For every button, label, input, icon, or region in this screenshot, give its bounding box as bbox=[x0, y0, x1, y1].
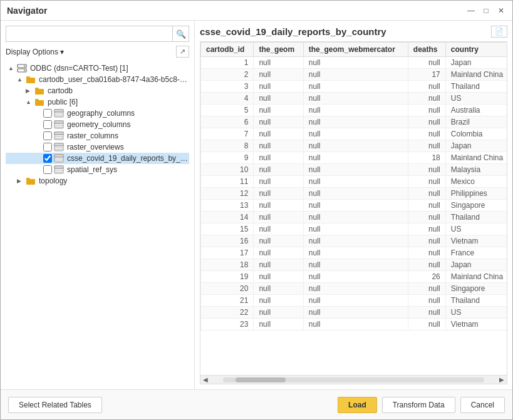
table-cell: null bbox=[303, 176, 408, 188]
table-cell: 10 bbox=[201, 164, 254, 176]
data-grid-scroll[interactable]: cartodb_idthe_geomthe_geom_webmercatorde… bbox=[200, 42, 507, 375]
table-cell: 20 bbox=[201, 283, 254, 295]
tree-label-geom_col: geometry_columns bbox=[67, 120, 130, 129]
tree-item-geo_col[interactable]: geography_columns bbox=[6, 108, 189, 119]
table-row: 19nullnull26Mainland China bbox=[201, 271, 507, 283]
table-cell: null bbox=[254, 212, 303, 223]
table-cell: null bbox=[408, 116, 445, 128]
svg-rect-15 bbox=[54, 132, 63, 135]
close-button[interactable]: ✕ bbox=[496, 6, 506, 16]
tree-toggle-odbc[interactable]: ▲ bbox=[8, 65, 17, 71]
table-cell: 16 bbox=[201, 235, 254, 247]
checkbox-raster_ov[interactable] bbox=[43, 143, 52, 151]
table-cell: Japan bbox=[445, 259, 507, 271]
col-header-cartodb_id: cartodb_id bbox=[201, 43, 254, 57]
search-icon: 🔍 bbox=[176, 29, 186, 39]
table-export-button[interactable]: 📄 bbox=[491, 26, 507, 38]
table-cell: Thailand bbox=[445, 81, 507, 93]
table-cell: 22 bbox=[201, 307, 254, 319]
table-cell: null bbox=[303, 247, 408, 259]
tree-item-raster_ov[interactable]: raster_overviews bbox=[6, 141, 189, 153]
table-cell: 15 bbox=[201, 223, 254, 235]
horizontal-scrollbar[interactable]: ◀ ▶ bbox=[200, 375, 507, 384]
table-cell: 6 bbox=[201, 116, 254, 128]
table-cell: null bbox=[408, 200, 445, 212]
tree-item-topology[interactable]: ▶topology bbox=[6, 175, 189, 187]
table-cell: US bbox=[445, 223, 507, 235]
table-cell: 3 bbox=[201, 81, 254, 93]
table-row: 5nullnullnullAustralia bbox=[201, 105, 507, 116]
table-row: 4nullnullnullUS bbox=[201, 93, 507, 105]
search-input[interactable] bbox=[6, 26, 172, 41]
tree-label-spatial_ref: spatial_ref_sys bbox=[67, 165, 117, 174]
tree-item-odbc[interactable]: ▲ODBC (dsn=CARTO-Test) [1] bbox=[6, 63, 189, 74]
table-cell: Mainland China bbox=[445, 152, 507, 164]
cancel-button[interactable]: Cancel bbox=[460, 397, 505, 413]
table-title-row: csse_covid_19_daily_reports_by_country 📄 bbox=[200, 26, 507, 38]
data-grid-container: cartodb_idthe_geomthe_geom_webmercatorde… bbox=[200, 41, 507, 384]
table-row: 20nullnullnullSingapore bbox=[201, 283, 507, 295]
checkbox-spatial_ref[interactable] bbox=[43, 165, 52, 174]
svg-rect-10 bbox=[54, 121, 63, 123]
tree-item-spatial_ref[interactable]: spatial_ref_sys bbox=[6, 164, 189, 175]
display-options-button[interactable]: Display Options ▾ bbox=[6, 48, 64, 56]
tree-toggle-topology[interactable]: ▶ bbox=[17, 178, 26, 184]
table-cell: 17 bbox=[408, 69, 445, 81]
transform-data-button[interactable]: Transform Data bbox=[382, 397, 455, 413]
checkbox-raster_col[interactable] bbox=[43, 131, 52, 140]
tree-item-csse_covid[interactable]: csse_covid_19_daily_reports_by_country bbox=[6, 153, 189, 164]
table-icon-spatial_ref bbox=[54, 165, 65, 174]
export-icon-button[interactable]: ↗ bbox=[176, 46, 189, 58]
table-cell: null bbox=[254, 283, 303, 295]
svg-rect-20 bbox=[54, 143, 63, 146]
checkbox-csse_covid[interactable] bbox=[43, 154, 52, 163]
tree-item-public[interactable]: ▲public [6] bbox=[6, 96, 189, 108]
load-button[interactable]: Load bbox=[338, 397, 377, 413]
svg-rect-30 bbox=[54, 166, 63, 168]
tree-toggle-cartodb[interactable]: ▶ bbox=[26, 88, 34, 94]
table-row: 12nullnullnullPhilippines bbox=[201, 188, 507, 200]
tree-label-topology: topology bbox=[39, 177, 67, 185]
hscroll-thumb[interactable] bbox=[236, 377, 286, 382]
table-cell: Vietnam bbox=[445, 235, 507, 247]
table-cell: null bbox=[303, 259, 408, 271]
table-cell: null bbox=[408, 259, 445, 271]
folder-icon-topology bbox=[26, 177, 37, 185]
svg-point-3 bbox=[24, 70, 25, 71]
folder-icon-carto_user bbox=[26, 75, 37, 84]
server-icon-odbc bbox=[17, 64, 28, 73]
tree-toggle-carto_user[interactable]: ▲ bbox=[17, 76, 26, 83]
tree-label-cartodb: cartodb bbox=[48, 86, 73, 95]
tree-item-geom_col[interactable]: geometry_columns bbox=[6, 119, 189, 130]
search-button[interactable]: 🔍 bbox=[172, 26, 189, 41]
tree-item-cartodb[interactable]: ▶cartodb bbox=[6, 85, 189, 96]
tree-toggle-public[interactable]: ▲ bbox=[26, 99, 34, 105]
table-cell: null bbox=[303, 188, 408, 200]
hscroll-track[interactable] bbox=[223, 377, 484, 382]
table-cell: null bbox=[408, 128, 445, 140]
table-cell: null bbox=[254, 307, 303, 319]
tree-item-carto_user[interactable]: ▲cartodb_user_cba016ab-8747-4a36-b5c8-eb… bbox=[6, 74, 189, 85]
folder-icon-cartodb bbox=[34, 86, 46, 95]
select-related-button[interactable]: Select Related Tables bbox=[8, 397, 102, 413]
table-cell: Singapore bbox=[445, 283, 507, 295]
scroll-left-icon[interactable]: ◀ bbox=[203, 376, 208, 383]
checkbox-geo_col[interactable] bbox=[43, 109, 52, 118]
tree-item-raster_col[interactable]: raster_columns bbox=[6, 130, 189, 141]
maximize-button[interactable]: □ bbox=[481, 6, 491, 16]
table-cell: null bbox=[254, 140, 303, 152]
minimize-button[interactable]: — bbox=[466, 6, 476, 16]
table-row: 18nullnullnullJapan bbox=[201, 259, 507, 271]
table-icon-raster_col bbox=[54, 131, 65, 140]
table-export-icon: 📄 bbox=[495, 28, 504, 35]
table-cell: null bbox=[408, 307, 445, 319]
svg-rect-25 bbox=[54, 155, 63, 157]
table-cell: null bbox=[254, 200, 303, 212]
table-cell: null bbox=[408, 164, 445, 176]
right-panel: csse_covid_19_daily_reports_by_country 📄… bbox=[195, 21, 512, 389]
tree-label-public: public [6] bbox=[48, 98, 78, 106]
bottom-right: Load Transform Data Cancel bbox=[338, 397, 505, 413]
table-cell: null bbox=[303, 271, 408, 283]
checkbox-geom_col[interactable] bbox=[43, 120, 52, 129]
scroll-right-icon[interactable]: ▶ bbox=[499, 376, 504, 383]
